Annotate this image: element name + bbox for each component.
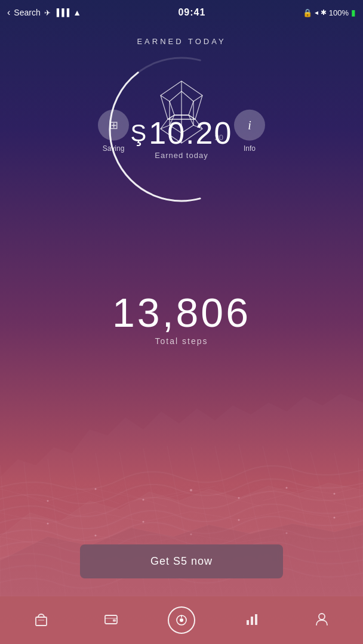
steps-label: Total steps bbox=[155, 336, 208, 346]
tab-wallet[interactable] bbox=[76, 596, 147, 644]
wifi-icon: ▲ bbox=[73, 8, 81, 17]
tab-home[interactable] bbox=[146, 596, 217, 644]
status-left: ‹ Search ✈ ▐▐▐ ▲ bbox=[7, 7, 81, 18]
wallet-icon bbox=[103, 611, 119, 630]
back-label[interactable]: Search bbox=[14, 8, 40, 17]
home-circle-icon bbox=[168, 606, 195, 634]
back-chevron-icon[interactable]: ‹ bbox=[7, 7, 10, 18]
currency-symbol: Ş bbox=[131, 121, 148, 145]
info-button[interactable]: i Info bbox=[234, 110, 265, 153]
svg-rect-83 bbox=[113, 620, 116, 622]
svg-point-49 bbox=[190, 489, 192, 491]
shop-icon bbox=[33, 611, 50, 630]
svg-point-85 bbox=[180, 618, 183, 622]
gem-container bbox=[146, 76, 217, 148]
page-title: EARNED TODAY bbox=[137, 37, 226, 46]
info-label: Info bbox=[244, 144, 256, 153]
earned-label: Earned today bbox=[155, 151, 208, 160]
steps-area: 13,806 Total steps bbox=[0, 292, 363, 346]
svg-rect-89 bbox=[255, 614, 257, 625]
location-icon: ◂ bbox=[315, 8, 318, 17]
gem-svg bbox=[146, 76, 217, 148]
tab-stats[interactable] bbox=[217, 596, 287, 644]
saving-icon: ⊞ bbox=[98, 110, 129, 141]
svg-point-51 bbox=[286, 487, 288, 489]
svg-point-90 bbox=[319, 614, 325, 620]
airplane-icon: ✈ bbox=[44, 8, 51, 17]
svg-rect-88 bbox=[251, 617, 253, 625]
gauge-container: ⊞ Saving i Info Ş 10.20 Earned today bbox=[92, 52, 271, 219]
stats-icon bbox=[244, 611, 260, 630]
svg-rect-87 bbox=[247, 620, 249, 625]
steps-count: 13,806 bbox=[112, 292, 251, 333]
lock-icon: 🔒 bbox=[303, 8, 312, 17]
svg-rect-80 bbox=[36, 617, 47, 626]
saving-label: Saving bbox=[103, 144, 125, 153]
bluetooth-icon: ✱ bbox=[321, 8, 327, 17]
tab-bar bbox=[0, 596, 363, 644]
svg-point-46 bbox=[47, 500, 49, 502]
tab-shop[interactable] bbox=[6, 596, 76, 644]
status-bar: ‹ Search ✈ ▐▐▐ ▲ 09:41 🔒 ◂ ✱ 100% ▮ bbox=[0, 0, 363, 25]
saving-plus-icon: ⊞ bbox=[109, 119, 118, 132]
status-time: 09:41 bbox=[178, 7, 205, 18]
svg-point-47 bbox=[95, 488, 97, 490]
info-icon: i bbox=[234, 110, 265, 141]
gauge-max-label: 20 bbox=[215, 133, 223, 142]
cta-container: Get S5 now bbox=[80, 544, 283, 578]
battery-label: 100% bbox=[329, 8, 349, 17]
saving-button[interactable]: ⊞ Saving bbox=[98, 110, 129, 153]
status-right: 🔒 ◂ ✱ 100% ▮ bbox=[303, 8, 356, 17]
tab-profile[interactable] bbox=[287, 596, 357, 644]
profile-icon bbox=[313, 611, 330, 630]
battery-icon: ▮ bbox=[351, 8, 356, 17]
signal-icon: ▐▐▐ bbox=[54, 8, 70, 17]
get-reward-button[interactable]: Get S5 now bbox=[80, 544, 283, 578]
